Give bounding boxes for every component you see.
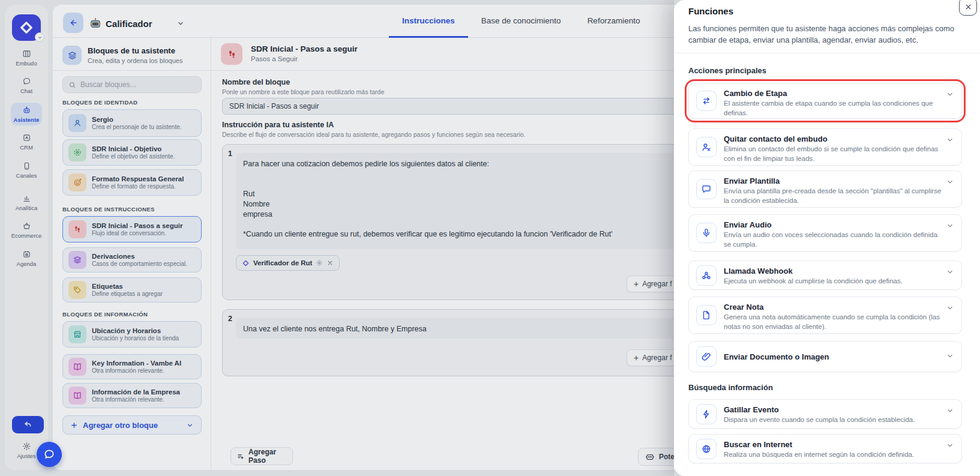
template-bubble-icon [696, 179, 717, 199]
function-title: Llamada Webhook [724, 267, 793, 276]
function-title: Enviar Plantilla [724, 176, 780, 185]
panel-title: Funciones [688, 6, 733, 16]
note-icon [696, 305, 717, 325]
function-card-buscar-en-internet[interactable]: Buscar en Internet Realiza una búsqueda … [688, 434, 962, 463]
panel-divider [674, 53, 980, 53]
function-card-gatillar-evento[interactable]: Gatillar Evento Dispara un evento cuando… [688, 399, 962, 429]
chevron-down-icon[interactable] [946, 90, 954, 98]
chevron-down-icon[interactable] [946, 352, 954, 360]
function-card-enviar-plantilla[interactable]: Enviar Plantilla Envía una plantilla pre… [688, 170, 962, 208]
close-icon [964, 3, 972, 11]
overlay-scrim[interactable] [0, 0, 674, 476]
close-panel-button[interactable] [959, 0, 977, 16]
app-root: Embudo Chat Asistente CRM Canales Analít… [0, 0, 980, 476]
section-label-busqueda-informacion: Búsqueda información [688, 383, 773, 392]
function-title: Crear Nota [724, 303, 763, 312]
swap-arrows-icon [696, 91, 717, 111]
microphone-icon [696, 223, 717, 243]
chat-bubble-icon [43, 448, 55, 460]
paperclip-icon [696, 346, 717, 367]
lightning-icon [696, 404, 717, 424]
chevron-down-icon[interactable] [946, 178, 954, 186]
chevron-down-icon[interactable] [946, 441, 954, 450]
globe-icon [696, 439, 717, 459]
function-title: Buscar en Internet [724, 440, 792, 449]
function-card-crear-nota[interactable]: Crear Nota Genera una nota automáticamen… [688, 297, 962, 334]
function-title: Enviar Documento o Imagen [724, 352, 829, 361]
function-card-llamada-webhook[interactable]: Gatillar Evento Llamada Webhook Ejecuta … [688, 261, 962, 290]
function-title: Gatillar Evento [724, 405, 779, 414]
chevron-down-icon[interactable] [946, 406, 954, 415]
function-desc: Dispara un evento cuando se cumpla la co… [724, 415, 943, 425]
function-card-quitar-contacto[interactable]: Quitar contacto del embudo Elimina un co… [688, 128, 962, 166]
chevron-down-icon[interactable] [946, 268, 954, 276]
function-title: Cambio de Etapa [724, 89, 787, 98]
panel-description: Las funciones permiten que tu asistente … [688, 23, 960, 46]
person-remove-icon [696, 137, 717, 157]
chat-widget-button[interactable] [37, 442, 62, 467]
section-label-acciones-principales: Acciones principales [688, 66, 766, 75]
function-desc: Ejecuta un webhook al cumplirse la condi… [724, 277, 943, 286]
chevron-down-icon[interactable] [946, 304, 954, 312]
chevron-down-icon[interactable] [946, 136, 954, 144]
function-title: Quitar contacto del embudo [724, 134, 828, 143]
function-desc: Envía una plantilla pre-creada desde la … [724, 187, 943, 205]
webhook-icon [696, 265, 717, 286]
function-desc: Elimina un contacto del embudo si se cum… [724, 145, 943, 163]
function-card-enviar-documento[interactable]: Enviar Documento o Imagen [688, 341, 962, 372]
functions-panel: Funciones Las funciones permiten que tu … [674, 0, 980, 476]
function-desc: El asistente cambia de etapa cuando se c… [724, 99, 943, 118]
chevron-down-icon[interactable] [946, 221, 954, 230]
function-desc: Genera una nota automáticamente cuando s… [724, 313, 943, 331]
function-card-enviar-audio[interactable]: Enviar Audio Envía un audio con voces se… [688, 214, 962, 252]
function-desc: Envía un audio con voces seleccionadas c… [724, 230, 943, 249]
function-card-cambio-de-etapa[interactable]: Cambio de Etapa El asistente cambia de e… [688, 83, 962, 119]
function-title: Enviar Audio [724, 220, 772, 229]
function-desc: Realiza una búsqueda en internet según l… [724, 450, 943, 460]
